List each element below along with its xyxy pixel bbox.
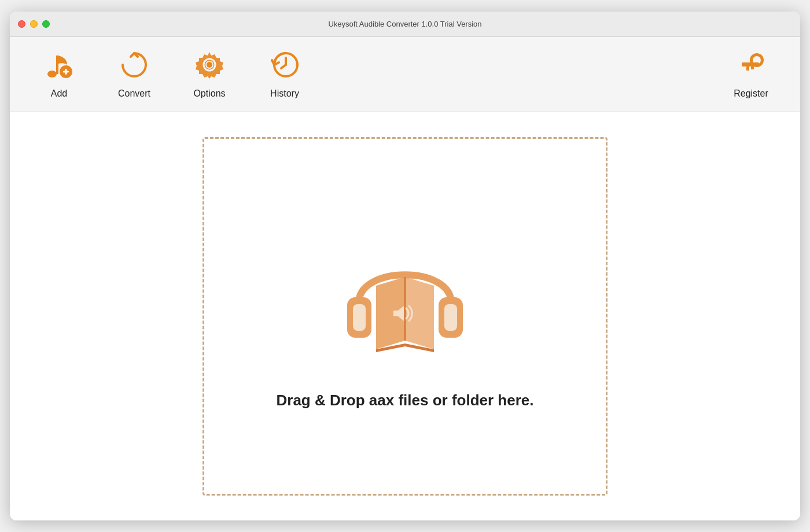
convert-icon bbox=[119, 50, 149, 84]
add-label: Add bbox=[51, 88, 67, 99]
register-button[interactable]: Register bbox=[713, 43, 789, 106]
svg-point-8 bbox=[207, 62, 212, 68]
svg-rect-18 bbox=[353, 304, 366, 331]
minimize-button[interactable] bbox=[30, 20, 38, 28]
close-button[interactable] bbox=[18, 20, 25, 28]
options-button[interactable]: Options bbox=[172, 43, 247, 106]
drop-zone[interactable]: Drag & Drop aax files or folder here. bbox=[203, 137, 608, 496]
svg-rect-1 bbox=[56, 56, 58, 74]
main-content: Drag & Drop aax files or folder here. bbox=[10, 112, 800, 520]
svg-point-0 bbox=[47, 71, 57, 77]
svg-rect-14 bbox=[742, 62, 759, 66]
traffic-lights bbox=[18, 20, 50, 28]
register-icon bbox=[736, 50, 766, 84]
svg-rect-20 bbox=[444, 304, 457, 331]
register-label: Register bbox=[734, 88, 768, 99]
drop-zone-illustration bbox=[330, 222, 480, 372]
svg-rect-15 bbox=[746, 66, 749, 71]
app-window: Ukeysoft Audible Converter 1.0.0 Trial V… bbox=[10, 12, 800, 520]
options-label: Options bbox=[193, 88, 225, 99]
convert-label: Convert bbox=[118, 88, 150, 99]
svg-rect-4 bbox=[65, 69, 67, 75]
history-button[interactable]: History bbox=[247, 43, 322, 106]
history-label: History bbox=[270, 88, 299, 99]
title-bar: Ukeysoft Audible Converter 1.0.0 Trial V… bbox=[10, 12, 800, 37]
add-icon bbox=[44, 50, 74, 84]
add-button[interactable]: Add bbox=[21, 43, 97, 106]
toolbar-right: Register bbox=[713, 43, 789, 106]
convert-button[interactable]: Convert bbox=[97, 43, 172, 106]
maximize-button[interactable] bbox=[42, 20, 50, 28]
drop-zone-text: Drag & Drop aax files or folder here. bbox=[276, 390, 533, 411]
options-icon bbox=[194, 50, 224, 84]
history-icon bbox=[270, 50, 300, 84]
toolbar: Add Convert bbox=[10, 37, 800, 112]
toolbar-left-buttons: Add Convert bbox=[21, 43, 322, 106]
svg-rect-16 bbox=[751, 66, 754, 69]
svg-line-11 bbox=[281, 65, 286, 68]
window-title: Ukeysoft Audible Converter 1.0.0 Trial V… bbox=[328, 20, 481, 28]
